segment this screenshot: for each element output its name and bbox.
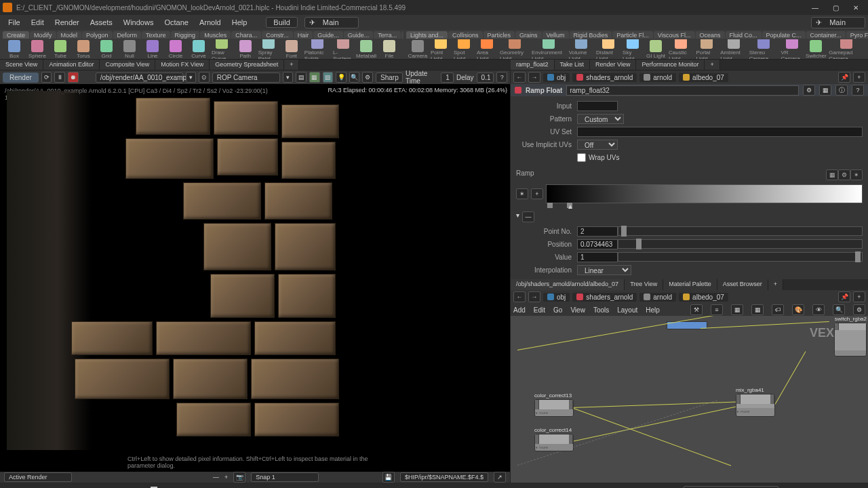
snap-field[interactable]: Snap 1 [251,472,319,482]
plus-icon[interactable]: + [853,72,865,83]
assetbrowser-tab[interactable]: Asset Browser [717,279,768,290]
help-icon[interactable]: ? [852,85,864,96]
treeview-tab[interactable]: Tree View [625,279,663,290]
shelf-tab[interactable]: Collisions [448,31,483,39]
value-field[interactable] [577,252,618,262]
node-mix[interactable]: ▸ more [736,394,775,417]
shelf-tab[interactable]: Guide... [344,31,374,39]
build-button[interactable]: Build [266,17,297,28]
shelf-tool[interactable]: Volume Light [569,39,593,60]
node-search-icon[interactable]: 🔍 [833,304,845,315]
ramp-collapse-icon[interactable]: ▾ [516,211,519,222]
ramp-btn1[interactable]: ▦ [826,169,838,180]
ramp-del-icon[interactable]: — [522,211,534,222]
shelf-tab[interactable]: Chara... [231,31,261,39]
forward-icon[interactable]: → [528,72,540,83]
shelf-tab[interactable]: Constr... [262,31,293,39]
shelf-tool[interactable]: Circle [165,40,186,59]
node-name-input[interactable] [566,85,799,96]
shelf-tab[interactable]: Viscous Fl... [654,31,695,39]
layout-dropdown[interactable]: ✈ Main [304,17,359,28]
pin-icon[interactable]: 📌 [838,291,850,302]
shelf-tab[interactable]: Fluid Co... [726,31,762,39]
path-chevron-icon[interactable]: ▾ [186,72,197,83]
shelf-tool[interactable]: L-System [333,39,353,60]
node-menu-help[interactable]: Help [646,306,660,314]
shelf-tab[interactable]: Modify [30,31,56,39]
shelf-tool[interactable]: File [379,40,399,59]
camera-chevron-icon[interactable]: ▾ [283,72,294,83]
stop-icon[interactable]: ⏺ [68,72,79,83]
shelf-tab[interactable]: Rigging [171,31,200,39]
menu-help[interactable]: Help [226,18,253,26]
render-path[interactable]: /obj/render/AA_0010_example [96,73,183,83]
zoom-icon[interactable]: 🔍 [349,72,360,83]
node-menu-view[interactable]: View [570,306,585,314]
position-field[interactable] [577,239,618,249]
pattern-dropdown[interactable]: Custom [577,114,624,124]
node-cc13[interactable]: ▸ more [534,399,574,417]
shelf-tab[interactable]: Grains [515,31,542,39]
shelf-tool[interactable]: Caustic Light [669,39,693,60]
shelf-tool[interactable]: Sphere [27,40,47,59]
shelf-tool[interactable]: Stereo Camera [749,39,778,60]
position-slider[interactable] [618,239,863,249]
shelf-tool[interactable]: Curve [189,40,209,59]
gear-icon[interactable]: ⚙ [362,72,373,83]
panel-tab[interactable]: Motion FX View [155,60,210,70]
node-cc14[interactable]: ▸ more [534,434,574,451]
pointno-slider[interactable] [618,226,863,236]
gear-icon[interactable]: ⚙ [803,85,815,96]
refresh-icon[interactable]: ⟳ [41,72,52,83]
shelf-tool[interactable]: Sky Light [623,39,643,60]
menu-render[interactable]: Render [50,18,85,26]
pin-icon[interactable]: 📌 [838,72,850,83]
bc-arnold[interactable]: arnold [639,73,676,82]
shelf-tool[interactable]: Line [142,40,163,59]
shelf-tool[interactable]: Camera [408,40,428,59]
shelf-tab[interactable]: Texture [142,31,170,39]
shelf-tool[interactable]: Null [119,40,140,59]
shelf-tool[interactable]: Environment Light [532,39,566,60]
ramp-handle-2[interactable]: ▲ [567,203,572,208]
menu-octane[interactable]: Octane [159,18,193,26]
ramp-handle-1[interactable] [547,203,553,208]
shelf-tool[interactable]: Path [235,40,256,59]
node-grid-icon[interactable]: ▦ [731,304,743,315]
panel-tab[interactable]: Composite View [100,60,155,70]
active-render-label[interactable]: Active Render [4,472,72,482]
shelf-tab[interactable]: Polygon [82,31,113,39]
shelf-tool[interactable]: Tube [50,40,71,59]
shelf-tab[interactable]: Lights and... [406,31,448,39]
node-list-icon[interactable]: ≡ [711,304,723,315]
filter-dropdown[interactable]: Sharp [376,73,403,83]
shelf-tab[interactable]: Pyro FX [846,31,868,39]
ramp-btn2[interactable]: ⚙ [838,169,850,180]
implicit-dropdown[interactable]: Off [577,140,618,150]
ramp-btn3[interactable]: ✶ [850,169,863,180]
shelf-tool[interactable]: Ambient Light [720,39,746,60]
node-tool-icon[interactable]: ⚒ [690,304,703,315]
shelf-tool[interactable]: Box [4,40,24,59]
shelf-tab[interactable]: Guide... [313,31,343,39]
matpalette-tab[interactable]: Material Palette [663,279,717,290]
shelf-tab[interactable]: Populate C... [762,31,806,39]
pause-icon[interactable]: ⏸ [54,72,65,83]
shelf-tab[interactable]: Rigid Bodies [570,31,612,39]
hip-path[interactable]: $HIP/ipr/$SNAPNAME.$F4.$ [400,472,488,482]
bc-obj[interactable]: obj [543,293,570,302]
node-path-tab[interactable]: /obj/shaders_arnold/arnold/albedo_07 [511,279,625,290]
input-field[interactable] [577,101,618,111]
bc-shaders[interactable]: shaders_arnold [572,73,637,82]
panel-tab[interactable]: Geometry Spreadsheet [210,60,284,70]
back-icon[interactable]: ← [513,291,526,302]
target-icon[interactable]: ⊙ [199,72,210,83]
shelf-tool[interactable]: Spray Paint [258,39,279,60]
close-button[interactable]: ✕ [846,1,865,14]
node-menu-add[interactable]: Add [513,306,526,314]
panel-tab[interactable]: Animation Editor [43,60,100,70]
external-icon[interactable]: ↗ [494,472,506,483]
node-switch[interactable] [834,323,867,357]
shelf-tool[interactable]: Font [281,40,302,59]
node-color-icon[interactable]: 🎨 [792,304,804,315]
